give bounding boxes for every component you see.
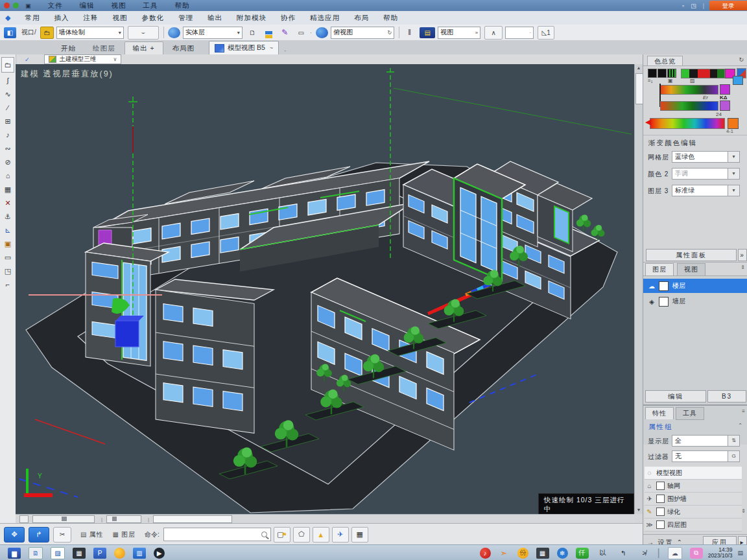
taskbar-app-1-icon[interactable]: ▆ [8, 548, 21, 559]
item-checkbox[interactable] [656, 495, 665, 503]
menu-item-8[interactable]: 协作 [281, 14, 296, 23]
style-combo[interactable]: 视图» [438, 27, 480, 39]
taskbar-app-8-icon[interactable]: ▶ [154, 548, 165, 559]
wall-style-combo[interactable]: 墙体绘制▾ [56, 27, 124, 39]
item-checkbox[interactable] [656, 508, 665, 516]
curve-flat-button[interactable]: ⌣ [128, 26, 159, 40]
region-tool-icon[interactable]: ▭ [2, 251, 14, 263]
gradient-bar-1[interactable] [660, 85, 718, 95]
taskbar-app-6-icon[interactable] [114, 548, 125, 559]
tray-pink-app-icon[interactable]: ⧉ [690, 548, 703, 559]
home-tool-icon[interactable]: ⌂ [2, 170, 14, 181]
tray-undo-icon[interactable]: ↰ [617, 548, 630, 559]
detail-item-envelope[interactable]: ✈ 围护墙 [645, 493, 742, 506]
panel-menu-icon[interactable]: ⇕ [741, 264, 745, 270]
tab-views[interactable]: 视图 [677, 263, 706, 276]
rectangle-tool-icon[interactable]: ▭ [295, 27, 307, 38]
scroll-down-icon[interactable]: ▼ [635, 506, 643, 514]
tab-layers[interactable]: 图层 [645, 263, 674, 275]
slider-thumb[interactable] [62, 517, 67, 521]
note-tool-icon[interactable]: ♪ [2, 129, 14, 141]
menu-item-2[interactable]: 注释 [83, 14, 98, 23]
panel-menu-icon[interactable]: ≡ [742, 408, 745, 414]
detail-item-model-view[interactable]: ◌ 模型视图 [645, 467, 742, 480]
field-value-input[interactable]: 标准绿 [672, 185, 729, 196]
cut-button[interactable]: ✂ [53, 527, 71, 542]
field-dropdown-button[interactable]: ▾ [728, 185, 740, 196]
hscroll-slider-2[interactable] [106, 515, 141, 523]
gradient-rainbow-bar[interactable] [650, 118, 725, 129]
scroll-thumb-icon[interactable]: ⇕ [741, 508, 746, 514]
layer-row-floor[interactable]: ☁ 楼层 [643, 279, 747, 293]
show-desktop-icon[interactable]: ▤ [737, 550, 743, 556]
polygon-snap-button[interactable]: ⬠ [293, 527, 310, 542]
hscroll-track[interactable] [153, 515, 232, 523]
menu-item-6[interactable]: 输出 [208, 14, 222, 23]
expand-button[interactable]: » [738, 249, 747, 261]
image-tool-icon[interactable]: ▣ [2, 238, 14, 250]
menu-item-9[interactable]: 精选应用 [310, 14, 340, 23]
subtab-model-3d[interactable]: 土建模型三维 ∨ [44, 54, 122, 64]
keyboard-panel-icon[interactable]: ▤ [420, 27, 435, 38]
tab-layout[interactable]: 布局图 [165, 42, 203, 54]
measure-tool-icon[interactable]: ⊾ [2, 224, 14, 236]
field-value-input[interactable]: 无 [672, 450, 729, 462]
tray-snowflake-icon[interactable]: ❄ [557, 548, 568, 559]
columns-icon[interactable]: ⫼ [403, 27, 416, 38]
detail-item-grid[interactable]: ⌂ 轴网 [645, 480, 742, 493]
gradient-multi-bar[interactable] [681, 69, 725, 78]
tray-bird-icon[interactable]: ➣ [499, 548, 510, 559]
menu-item-4[interactable]: 参数化 [141, 14, 164, 23]
tray-music-icon[interactable]: ♪ [480, 548, 491, 559]
field-value-input[interactable]: 手调 [672, 168, 729, 180]
field-dropdown-button[interactable]: ▾ [728, 168, 740, 180]
viewport-vertical-scrollbar[interactable]: ▲ ▼ [634, 64, 643, 514]
tab-properties[interactable]: 特性 [645, 407, 674, 419]
command-input[interactable] [163, 528, 271, 541]
scroll-up-icon[interactable]: ▲ [635, 64, 643, 72]
props-toggle[interactable]: ▤ 属性 [80, 530, 103, 539]
tray-coin-icon[interactable]: 份 [517, 548, 528, 559]
taskbar-app-4-icon[interactable]: ▦ [73, 548, 86, 559]
title-menu-view[interactable]: 视图 [112, 1, 126, 10]
folder-icon[interactable]: 🗀 [40, 27, 54, 39]
field-value-input[interactable]: 全 [672, 435, 729, 447]
entity-layer-combo[interactable]: 实体层▾ [183, 27, 243, 39]
menu-item-7[interactable]: 附加模块 [237, 14, 267, 23]
erase-tool-icon[interactable]: ⊘ [2, 156, 14, 168]
tab-start[interactable]: 开始 [53, 42, 84, 54]
title-menu-file[interactable]: 文件 [48, 1, 63, 10]
spline-tool-icon[interactable]: ∿ [2, 88, 14, 100]
color-swatch-green-stripe[interactable] [667, 69, 676, 78]
file-tab-model-view[interactable]: 模型视图 B5 ~ [209, 41, 279, 54]
login-button[interactable]: 登录 [709, 1, 747, 10]
slider-thumb[interactable] [112, 517, 117, 521]
curve-tool-icon[interactable]: ∾ [2, 143, 14, 154]
properties-panel-button[interactable]: 属性面板 [646, 249, 737, 261]
menu-item-3[interactable]: 视图 [112, 14, 127, 23]
layer-checkbox[interactable] [659, 297, 669, 307]
palette-pages-icon[interactable]: 🗀 [1, 57, 14, 73]
warning-triangle-button[interactable]: ▲ [313, 527, 329, 542]
minimize-icon[interactable]: ▫ [682, 3, 684, 9]
tab-output[interactable]: 输出 + [124, 41, 163, 54]
layer-checkbox[interactable] [659, 281, 669, 291]
tray-arrow-icon[interactable]: ≯ [638, 548, 651, 559]
color-swatch-orange[interactable] [728, 118, 739, 129]
pan-hand-button[interactable]: ✥ [4, 527, 25, 542]
menu-item-5[interactable]: 管理 [178, 14, 193, 23]
edit-layers-button[interactable]: 编辑 [645, 390, 706, 402]
layer-sphere-icon[interactable] [168, 27, 180, 38]
color-panel-tab[interactable]: 色总览 [647, 56, 683, 66]
color-swatch-black[interactable] [648, 69, 657, 78]
detail-item-floor4[interactable]: ≫ 四层图 [645, 519, 742, 531]
color-swatch-blue[interactable] [733, 76, 743, 85]
new-tab-dot-icon[interactable]: · [284, 47, 287, 54]
menu-item-0[interactable]: 常用 [25, 14, 40, 23]
taskbar-app-5-icon[interactable]: P [93, 548, 106, 559]
hscroll-button[interactable] [19, 515, 29, 523]
hscroll-slider[interactable] [32, 515, 95, 523]
detail-item-greenery[interactable]: ✎ 绿化 [645, 506, 742, 519]
title-menu-help[interactable]: 帮助 [175, 1, 190, 10]
tab-tools[interactable]: 工具 [676, 407, 704, 420]
